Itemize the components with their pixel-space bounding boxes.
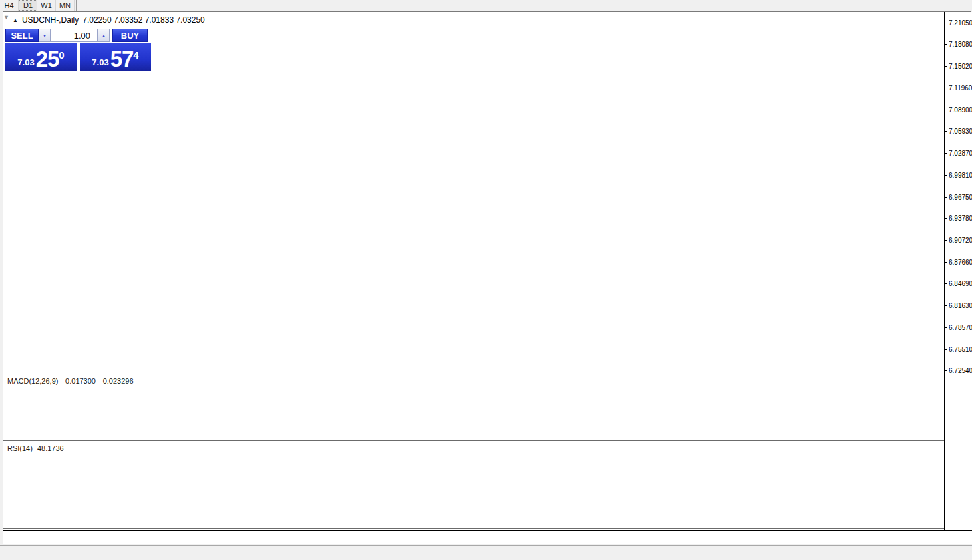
sell-button[interactable]: SELL: [5, 29, 39, 42]
buy-price-point: 4: [133, 49, 138, 61]
macd-signal-value: -0.023296: [100, 377, 134, 385]
pane-separator[interactable]: [3, 374, 972, 375]
y-tick-mark: [945, 23, 947, 23]
y-tick-mark: [945, 218, 947, 219]
y-tick-mark: [945, 110, 947, 110]
rsi-name: RSI(14): [7, 444, 33, 452]
macd-main-value: -0.017300: [63, 377, 96, 385]
pane-separator[interactable]: [3, 440, 972, 442]
spin-down-icon: ▼: [43, 33, 47, 38]
y-axis-label: 6.75510: [949, 346, 972, 353]
y-axis-label: 6.96750: [949, 194, 972, 201]
buy-button[interactable]: BUY: [112, 29, 148, 42]
rsi-value: 48.1736: [37, 444, 64, 452]
y-axis-label: 6.81630: [949, 302, 972, 309]
timeframe-button-w1[interactable]: W1: [37, 0, 56, 11]
y-axis-label: 7.11960: [949, 84, 972, 92]
timeframe-button-mn[interactable]: MN: [56, 0, 75, 11]
buy-price-display[interactable]: 7.03574: [80, 43, 151, 71]
y-tick-mark: [945, 88, 947, 88]
last-bar-marker-icon: ▼: [3, 14, 9, 21]
sell-price-display[interactable]: 7.03250: [5, 43, 77, 71]
volume-input[interactable]: [51, 29, 98, 42]
macd-name: MACD(12,26,9): [7, 377, 58, 385]
sell-price-point: 0: [59, 49, 64, 61]
y-tick-mark: [945, 153, 947, 154]
sell-price-pips: 25: [36, 49, 59, 69]
y-axis-label: 7.05930: [949, 128, 972, 135]
y-tick-mark: [945, 131, 947, 132]
sell-price-prefix: 7.03: [17, 56, 34, 69]
y-axis-label: 7.02870: [949, 150, 972, 157]
y-axis-label: 6.84690: [949, 280, 972, 287]
timeframe-toolbar: H4D1W1MN: [0, 0, 972, 11]
one-click-trade-panel: SELL ▼ ▲ BUY 7.03250 7.03574: [5, 29, 154, 71]
macd-indicator-canvas[interactable]: [3, 375, 944, 440]
y-tick-mark: [945, 240, 947, 241]
chart-window: ▲ USDCNH-,Daily 7.02250 7.03352 7.01833 …: [3, 11, 971, 544]
y-tick-mark: [945, 44, 947, 45]
buy-price-pips: 57: [110, 49, 134, 69]
y-axis-label: 6.78570: [949, 324, 972, 331]
chart-symbol-label: USDCNH-,Daily: [22, 15, 79, 25]
macd-label: MACD(12,26,9) -0.017300 -0.023296: [7, 377, 134, 385]
price-axis[interactable]: 7.210507.180807.150207.119607.089007.059…: [945, 12, 972, 530]
chart-ohlc-values: 7.02250 7.03352 7.01833 7.03250: [82, 15, 205, 25]
y-axis-label: 6.90720: [949, 237, 972, 244]
y-tick-mark: [945, 262, 947, 263]
chart-tab-bar: [0, 545, 972, 560]
chart-title: ▲ USDCNH-,Daily 7.02250 7.03352 7.01833 …: [13, 15, 205, 25]
volume-decrease-button[interactable]: ▼: [39, 29, 51, 42]
y-axis-label: 7.08900: [949, 106, 972, 114]
y-tick-mark: [945, 327, 947, 328]
time-axis[interactable]: [3, 530, 972, 544]
timeframe-button-h4[interactable]: H4: [0, 0, 19, 11]
y-axis-label: 6.72540: [949, 367, 972, 374]
y-axis-label: 6.93780: [949, 215, 972, 222]
y-tick-mark: [945, 283, 947, 284]
toolbar-separator: [76, 0, 77, 11]
y-tick-mark: [945, 197, 947, 198]
y-axis-label: 7.21050: [949, 19, 972, 27]
timeframe-button-d1[interactable]: D1: [19, 0, 37, 11]
rsi-label: RSI(14) 48.1736: [7, 444, 64, 452]
y-tick-mark: [945, 305, 947, 306]
collapse-panel-icon[interactable]: ▲: [13, 17, 18, 23]
volume-increase-button[interactable]: ▲: [98, 29, 110, 42]
y-axis-label: 7.18080: [949, 41, 972, 48]
y-axis-label: 7.15020: [949, 63, 972, 70]
spin-up-icon: ▲: [102, 33, 106, 38]
y-tick-mark: [945, 175, 947, 176]
y-tick-mark: [945, 370, 947, 371]
rsi-indicator-canvas[interactable]: [3, 442, 944, 528]
buy-price-prefix: 7.03: [92, 56, 108, 69]
y-axis-label: 6.87660: [949, 259, 972, 266]
y-axis-label: 6.99810: [949, 172, 972, 179]
pane-separator[interactable]: [3, 528, 972, 529]
y-tick-mark: [945, 349, 947, 350]
y-tick-mark: [945, 66, 947, 67]
